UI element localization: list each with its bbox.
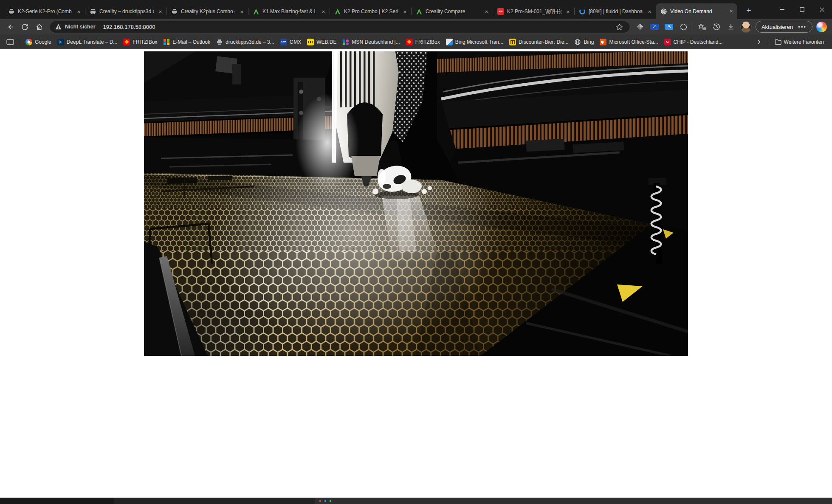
tab-close-icon[interactable]: ×: [157, 8, 164, 15]
printer-favicon-icon: [90, 8, 96, 15]
fritzbox-icon: [406, 39, 413, 45]
creality-favicon-icon: [416, 8, 423, 15]
security-label: Nicht sicher: [65, 24, 96, 30]
update-button-label: Aktualisieren: [761, 24, 793, 30]
printer-favicon-icon: [8, 8, 15, 15]
taskbar-icon-sliver: [324, 500, 326, 502]
tab[interactable]: K2-Serie K2-Pro (Combo ×: [3, 4, 85, 19]
bookmark-item[interactable]: FRITZ!Box: [403, 37, 443, 47]
browser-toolbar: Nicht sicher 192.168.178.58:8000 Aktuali…: [0, 19, 832, 34]
update-extension-button[interactable]: Aktualisieren •••: [756, 21, 812, 33]
outlook-mail-extension-icon[interactable]: [649, 22, 660, 32]
tab-active[interactable]: Video On Demand ×: [656, 3, 737, 19]
bookmark-item[interactable]: CCHIP - Deutschland...: [661, 37, 726, 47]
bookmark-item[interactable]: Microsoft Office-Sta...: [597, 37, 661, 47]
printer-icon: [216, 39, 223, 45]
tab-close-icon[interactable]: ×: [646, 8, 653, 15]
bookmark-item[interactable]: Google: [23, 37, 54, 47]
favorite-star-icon[interactable]: [614, 22, 625, 32]
globe-favicon-icon: [660, 8, 667, 15]
tab-close-icon[interactable]: ×: [75, 8, 82, 15]
bookmark-item[interactable]: WEB.DE: [304, 37, 339, 47]
fritzbox-icon: [123, 39, 130, 45]
history-icon[interactable]: [711, 22, 722, 32]
bookmark-item[interactable]: Discounter-Bier: Die...: [506, 37, 571, 47]
new-tab-button[interactable]: +: [742, 3, 756, 18]
bookmark-item[interactable]: GMXGMX: [277, 37, 304, 47]
tab-title: K1 Max Blazing-fast & La: [262, 8, 317, 14]
creality-favicon-icon: [334, 8, 341, 15]
minimize-button[interactable]: [772, 0, 792, 19]
browser-essentials-icon[interactable]: [635, 22, 646, 32]
reload-button[interactable]: [18, 20, 31, 33]
chip-icon: C: [664, 39, 671, 45]
downloads-icon[interactable]: [726, 22, 736, 32]
toolbar-right-cluster: Aktualisieren •••: [635, 21, 829, 33]
extension-badge-icon[interactable]: [678, 22, 689, 32]
translator-icon: [446, 39, 453, 45]
bookmark-item[interactable]: Bing: [571, 37, 597, 47]
bookmark-item[interactable]: MSN Deutschland |...: [339, 37, 403, 47]
tab-title: [80%] | fluidd | Dashboar: [589, 8, 643, 14]
close-button[interactable]: [812, 0, 832, 19]
office-icon: [600, 39, 606, 45]
bookmark-item[interactable]: Bing Microsoft Tran...: [443, 37, 506, 47]
mail-checker-extension-icon[interactable]: [664, 22, 674, 32]
url-text[interactable]: 192.168.178.58:8000: [103, 24, 155, 30]
home-button[interactable]: [32, 20, 46, 33]
webcam-frame: [144, 51, 688, 356]
fluidd-favicon-icon: [579, 8, 586, 15]
gmx-icon: GMX: [280, 39, 287, 45]
more-favorites-button[interactable]: Weitere Favoriten: [772, 37, 827, 47]
tab-close-icon[interactable]: ×: [238, 8, 245, 15]
tab-close-icon[interactable]: ×: [728, 8, 735, 15]
tab-title: Creality – drucktipps3d.d: [99, 8, 154, 14]
pdf-favicon-icon: PDF: [497, 8, 504, 15]
tab-title: Video On Demand: [670, 8, 725, 14]
taskbar-segment: [114, 498, 315, 504]
folder-icon: [775, 39, 781, 45]
copilot-icon[interactable]: [816, 22, 827, 32]
msn-icon: [342, 39, 349, 45]
tab[interactable]: K1 Max Blazing-fast & La ×: [248, 4, 330, 19]
tab-title: K2 Pro Combo | K2 Serie: [344, 8, 398, 14]
favorites-hub-icon[interactable]: [697, 22, 708, 32]
globe-icon: [574, 39, 581, 45]
profile-avatar[interactable]: [740, 21, 752, 33]
address-bar[interactable]: Nicht sicher 192.168.178.58:8000: [49, 21, 630, 33]
tab-close-icon[interactable]: ×: [483, 8, 490, 15]
not-secure-warning-icon[interactable]: [55, 22, 62, 32]
tab-close-icon[interactable]: ×: [564, 8, 572, 15]
back-button[interactable]: [3, 20, 17, 33]
tab[interactable]: PDF K2 Pro-SM-001_说明书( ×: [493, 4, 574, 19]
page-content: [0, 49, 832, 498]
window-controls: [772, 0, 832, 19]
tab-preview-icon[interactable]: [5, 37, 15, 47]
tab[interactable]: Creality – drucktipps3d.d ×: [85, 4, 166, 19]
tab-title: K2-Serie K2-Pro (Combo: [18, 8, 72, 14]
tab-close-icon[interactable]: ×: [320, 8, 327, 15]
bank-icon: [509, 39, 516, 45]
taskbar-icon-sliver: [330, 500, 331, 502]
more-options-icon[interactable]: •••: [798, 24, 807, 30]
taskbar-icon-sliver: [319, 500, 321, 502]
webde-icon: [307, 39, 314, 45]
taskbar-edge: [0, 498, 832, 504]
bookmark-item[interactable]: E-Mail – Outlook: [160, 37, 213, 47]
tab[interactable]: Creality Compare ×: [411, 4, 493, 19]
bookmark-item[interactable]: DeepL Translate – D...: [54, 37, 121, 47]
printer-webcam-video[interactable]: [144, 51, 688, 356]
bookmarks-overflow-chevron-icon[interactable]: [754, 37, 764, 47]
bookmark-item[interactable]: drucktipps3d.de – 3...: [213, 37, 277, 47]
tab[interactable]: [80%] | fluidd | Dashboar ×: [574, 4, 656, 19]
browser-window: K2-Serie K2-Pro (Combo × Creality – druc…: [0, 0, 832, 504]
tab-close-icon[interactable]: ×: [401, 8, 409, 15]
tab-strip: K2-Serie K2-Pro (Combo × Creality – druc…: [0, 0, 832, 19]
tab[interactable]: K2 Pro Combo | K2 Serie ×: [330, 4, 411, 19]
bookmarks-bar: Google DeepL Translate – D... FRITZ!Box …: [0, 34, 832, 49]
tab[interactable]: Creality K2plus Combo g ×: [166, 4, 248, 19]
bookmark-item[interactable]: FRITZ!Box: [120, 37, 160, 47]
toolbar-divider: [693, 23, 693, 31]
maximize-button[interactable]: [792, 0, 812, 19]
printer-favicon-icon: [171, 8, 178, 15]
